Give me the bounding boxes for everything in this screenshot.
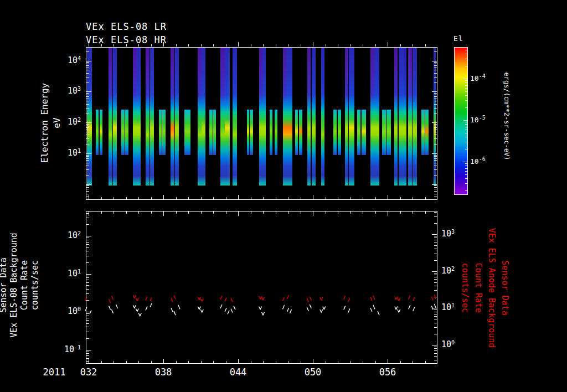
axis-tick xyxy=(465,127,467,127)
axis-tick xyxy=(434,65,437,66)
axis-tick xyxy=(434,169,437,170)
axis-tick xyxy=(434,238,437,238)
axis-tick xyxy=(263,212,264,214)
axis-tick xyxy=(213,197,214,199)
axis-tick xyxy=(326,212,326,214)
axis-tick xyxy=(276,212,276,214)
axis-tick-label: 10-6 xyxy=(470,156,486,166)
axis-tick xyxy=(86,169,89,170)
axis-tick xyxy=(338,361,338,363)
axis-tick xyxy=(86,316,89,316)
axis-tick xyxy=(434,101,437,101)
axis-tick xyxy=(338,212,338,214)
axis-tick xyxy=(400,361,401,363)
axis-tick xyxy=(434,236,437,236)
axis-tick-label: 100 xyxy=(441,339,455,349)
timeseries-panel xyxy=(86,211,437,364)
axis-tick xyxy=(151,212,152,214)
axis-tick xyxy=(434,64,437,64)
axis-tick xyxy=(434,277,437,277)
axis-tick-label: 100 xyxy=(58,306,81,316)
axis-tick xyxy=(276,361,276,363)
axis-tick xyxy=(463,120,467,121)
axis-tick xyxy=(326,361,326,363)
axis-tick xyxy=(151,361,152,363)
axis-tick xyxy=(86,113,89,114)
axis-tick xyxy=(434,187,437,188)
axis-tick xyxy=(163,42,164,47)
axis-tick xyxy=(434,138,437,139)
axis-tick xyxy=(434,319,437,319)
axis-tick xyxy=(434,166,437,166)
axis-tick xyxy=(263,44,264,47)
axis-tick xyxy=(86,135,89,135)
axis-tick xyxy=(301,44,301,47)
axis-tick xyxy=(138,361,139,363)
axis-tick xyxy=(434,77,437,78)
axis-tick xyxy=(434,51,437,52)
axis-tick xyxy=(434,327,437,328)
axis-tick-label: 102 xyxy=(58,230,81,240)
axis-tick xyxy=(188,212,189,214)
axis-tick xyxy=(114,361,114,363)
axis-tick xyxy=(434,356,437,357)
axis-tick xyxy=(86,323,89,324)
axis-tick xyxy=(400,197,401,199)
axis-tick xyxy=(251,361,251,363)
axis-tick xyxy=(86,82,89,83)
timeseries-right-axis-label-line2: VEx ELS Anode Background xyxy=(485,221,498,354)
axis-tick xyxy=(434,104,437,105)
axis-tick xyxy=(86,242,89,243)
axis-tick xyxy=(375,361,376,363)
axis-tick xyxy=(434,191,437,192)
axis-tick xyxy=(126,361,127,363)
axis-tick xyxy=(86,163,89,163)
axis-tick xyxy=(238,212,239,216)
axis-tick xyxy=(86,256,89,256)
plot-title-lr: VEx ELS-08 LR xyxy=(86,21,167,32)
axis-tick xyxy=(434,127,437,128)
axis-tick xyxy=(86,327,89,327)
axis-tick xyxy=(350,212,351,214)
axis-tick xyxy=(434,124,437,125)
axis-tick xyxy=(86,166,89,166)
axis-tick xyxy=(86,352,89,352)
axis-tick xyxy=(434,243,437,243)
axis-tick xyxy=(86,130,89,130)
axis-tick xyxy=(86,61,91,61)
axis-tick xyxy=(465,142,467,142)
axis-tick xyxy=(86,320,89,321)
axis-tick xyxy=(313,359,313,363)
axis-tick xyxy=(413,197,413,199)
axis-tick xyxy=(465,50,467,50)
timeseries-left-axis-label: Sensor Data VEx ELS-08 Background Count … xyxy=(0,230,40,341)
axis-tick xyxy=(251,212,251,214)
axis-tick-label: 10-4 xyxy=(470,73,486,82)
axis-tick xyxy=(465,149,467,149)
axis-tick xyxy=(313,212,313,216)
axis-tick xyxy=(226,212,226,214)
axis-tick xyxy=(213,44,214,47)
axis-tick xyxy=(301,197,301,199)
axis-tick xyxy=(89,195,89,199)
axis-tick xyxy=(338,197,338,199)
axis-tick xyxy=(86,124,89,125)
axis-tick xyxy=(86,191,89,192)
axis-tick-label: 103 xyxy=(58,86,81,96)
axis-tick xyxy=(288,44,288,47)
axis-tick-label: 102 xyxy=(58,117,81,127)
axis-tick xyxy=(201,361,202,363)
axis-tick xyxy=(86,274,91,275)
axis-tick xyxy=(434,347,437,347)
axis-tick xyxy=(434,348,437,349)
axis-tick xyxy=(363,44,363,47)
axis-tick xyxy=(434,312,437,312)
axis-tick xyxy=(86,132,89,132)
axis-tick xyxy=(313,42,313,47)
axis-tick xyxy=(86,175,89,176)
axis-tick xyxy=(163,195,164,199)
axis-tick xyxy=(86,240,89,240)
axis-tick xyxy=(201,197,202,199)
axis-tick xyxy=(434,135,437,135)
axis-tick xyxy=(201,44,202,47)
